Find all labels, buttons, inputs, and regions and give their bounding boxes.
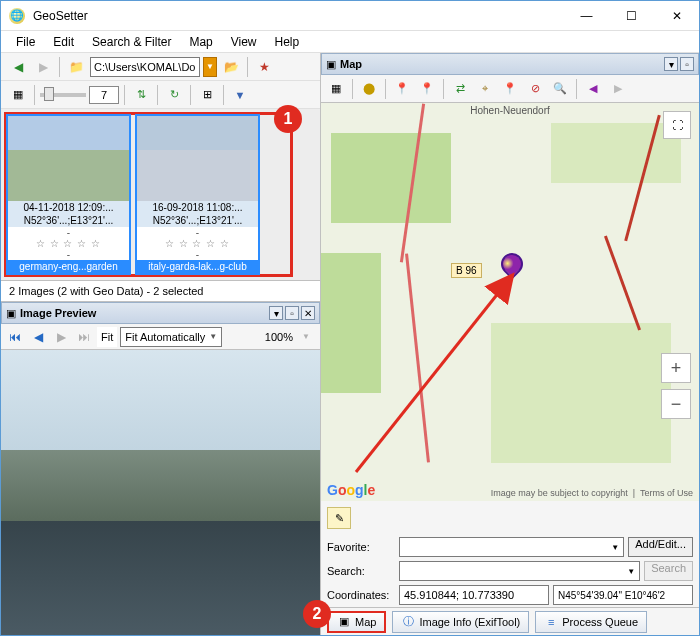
map-link-button[interactable]: ⇄ <box>449 78 471 100</box>
thumbnail-item[interactable]: 16-09-2018 11:08:... N52°36'...;E13°21'.… <box>135 114 260 275</box>
thumbnail-rating[interactable]: ☆ ☆ ☆ ☆ ☆ <box>8 238 129 249</box>
thumbnail-date: 04-11-2018 12:09:... <box>8 201 129 214</box>
thumbnail-coord: N52°36'...;E13°21'... <box>8 214 129 227</box>
map-pin-add-button[interactable]: 📍 <box>416 78 438 100</box>
coordinates-dms[interactable] <box>553 585 693 605</box>
tab-image-info[interactable]: ⓘ Image Info (ExifTool) <box>392 611 529 633</box>
map-clear-button[interactable]: ⊘ <box>524 78 546 100</box>
thumb-view-button[interactable]: ▦ <box>7 84 29 106</box>
maximize-button[interactable]: ☐ <box>609 1 654 31</box>
nav-back-button[interactable]: ◀ <box>7 56 29 78</box>
thumbnail-image <box>137 116 258 201</box>
search-label: Search: <box>327 565 395 577</box>
map-toolbar: ▦ ⬤ 📍 📍 ⇄ ⌖ 📍 ⊘ 🔍 ◀ ▶ <box>321 75 699 103</box>
map-form: ✎ Favorite: ▼ Add/Edit... Search: ▼ Sear… <box>321 501 699 607</box>
menu-map[interactable]: Map <box>180 33 221 51</box>
zoom-label: 100% <box>265 331 293 343</box>
map-pin[interactable] <box>496 248 527 279</box>
thumbnail-pane[interactable]: 1 04-11-2018 12:09:... N52°36'...;E13°21… <box>1 109 320 281</box>
menu-file[interactable]: File <box>7 33 44 51</box>
preview-next-button[interactable]: ▶ <box>51 328 71 346</box>
map-layers-button[interactable]: ▦ <box>325 78 347 100</box>
panel-menu-button[interactable]: ▾ <box>269 306 283 320</box>
map-panel-menu-button[interactable]: ▾ <box>664 57 678 71</box>
path-input[interactable] <box>90 57 200 77</box>
thumbnail-item[interactable]: 04-11-2018 12:09:... N52°36'...;E13°21'.… <box>6 114 131 275</box>
map-town-label: Hohen-Neuendorf <box>470 105 550 116</box>
close-button[interactable]: ✕ <box>654 1 699 31</box>
map-copyright: Image may be subject to copyright | Term… <box>491 488 693 498</box>
thumbnail-date: 16-09-2018 11:08:... <box>137 201 258 214</box>
map-icon: ▣ <box>337 615 351 629</box>
panel-max-button[interactable]: ▫ <box>285 306 299 320</box>
search-button[interactable]: Search <box>644 561 693 581</box>
thumb-toolbar: ▦ 7 ⇅ ↻ ⊞ ▼ <box>1 81 320 109</box>
preview-panel-header[interactable]: ▣ Image Preview ▾ ▫ ✕ <box>1 302 320 324</box>
preview-title: Image Preview <box>20 307 96 319</box>
preview-prev-button[interactable]: ◀ <box>28 328 48 346</box>
thumb-size-slider[interactable] <box>40 93 86 97</box>
menu-search-filter[interactable]: Search & Filter <box>83 33 180 51</box>
map-nav-prev-button[interactable]: ◀ <box>582 78 604 100</box>
thumbnail-image <box>8 116 129 201</box>
minimize-button[interactable]: — <box>564 1 609 31</box>
map-pin-blue-button[interactable]: 📍 <box>499 78 521 100</box>
map-track-button[interactable]: ⌖ <box>474 78 496 100</box>
folder-up-button[interactable]: 📁 <box>65 56 87 78</box>
tab-map[interactable]: ▣ Map <box>327 611 386 633</box>
favorites-button[interactable]: ★ <box>253 56 275 78</box>
queue-icon: ≡ <box>544 615 558 629</box>
path-toolbar: ◀ ▶ 📁 ▼ 📂 ★ <box>1 53 320 81</box>
thumb-size-spin[interactable]: 7 <box>89 86 119 104</box>
path-dropdown-button[interactable]: ▼ <box>203 57 217 77</box>
map-nav-next-button[interactable]: ▶ <box>607 78 629 100</box>
sync-gps-button[interactable]: ⇅ <box>130 84 152 106</box>
preview-toolbar: ⏮ ◀ ▶ ⏭ Fit Fit Automatically▼ 100% ▼ <box>1 324 320 350</box>
fit-label: Fit <box>97 327 117 347</box>
callout-2: 2 <box>303 600 331 628</box>
map-zoom-in-button[interactable]: + <box>661 353 691 383</box>
favorite-label: Favorite: <box>327 541 395 553</box>
fit-mode-combo[interactable]: Fit Automatically▼ <box>120 327 222 347</box>
thumbnail-rating[interactable]: ☆ ☆ ☆ ☆ ☆ <box>137 238 258 249</box>
map-panel-max-button[interactable]: ▫ <box>680 57 694 71</box>
map-title: Map <box>340 58 362 70</box>
open-folder-button[interactable]: 📂 <box>220 56 242 78</box>
image-icon: ▣ <box>6 307 16 320</box>
window-title: GeoSetter <box>33 9 88 23</box>
search-location-input[interactable]: ▼ <box>399 561 640 581</box>
thumbnail-coord: N52°36'...;E13°21'... <box>137 214 258 227</box>
callout-1: 1 <box>274 105 302 133</box>
nav-fwd-button[interactable]: ▶ <box>32 56 54 78</box>
edit-location-button[interactable]: ✎ <box>327 507 351 529</box>
map-marker-yellow-button[interactable]: ⬤ <box>358 78 380 100</box>
app-icon: 🌐 <box>9 8 25 24</box>
menu-view[interactable]: View <box>222 33 266 51</box>
map-zoom-out-button[interactable]: − <box>661 389 691 419</box>
preview-first-button[interactable]: ⏮ <box>5 328 25 346</box>
thumbnail-filename: germany-eng...garden <box>8 260 129 273</box>
map-zoomfit-button[interactable]: 🔍 <box>549 78 571 100</box>
map-fullscreen-button[interactable]: ⛶ <box>663 111 691 139</box>
columns-button[interactable]: ⊞ <box>196 84 218 106</box>
coordinates-input[interactable] <box>399 585 549 605</box>
zoom-dropdown[interactable]: ▼ <box>296 328 316 346</box>
map-panel-header[interactable]: ▣ Map ▾ ▫ <box>321 53 699 75</box>
road-label: B 96 <box>451 263 482 278</box>
map-view[interactable]: Hohen-Neuendorf B 96 ⛶ + − Google Image <box>321 103 699 501</box>
panel-close-button[interactable]: ✕ <box>301 306 315 320</box>
add-edit-favorites-button[interactable]: Add/Edit... <box>628 537 693 557</box>
favorite-combo[interactable]: ▼ <box>399 537 624 557</box>
preview-last-button[interactable]: ⏭ <box>74 328 94 346</box>
filter-button[interactable]: ▼ <box>229 84 251 106</box>
google-logo: Google <box>327 482 375 498</box>
map-icon: ▣ <box>326 58 336 71</box>
menu-help[interactable]: Help <box>266 33 309 51</box>
refresh-button[interactable]: ↻ <box>163 84 185 106</box>
bottom-tabs: 2 ▣ Map ⓘ Image Info (ExifTool) ≡ Proces… <box>321 607 699 635</box>
map-pin-red-button[interactable]: 📍 <box>391 78 413 100</box>
preview-image[interactable] <box>1 350 320 635</box>
info-icon: ⓘ <box>401 615 415 629</box>
menu-edit[interactable]: Edit <box>44 33 83 51</box>
tab-process-queue[interactable]: ≡ Process Queue <box>535 611 647 633</box>
